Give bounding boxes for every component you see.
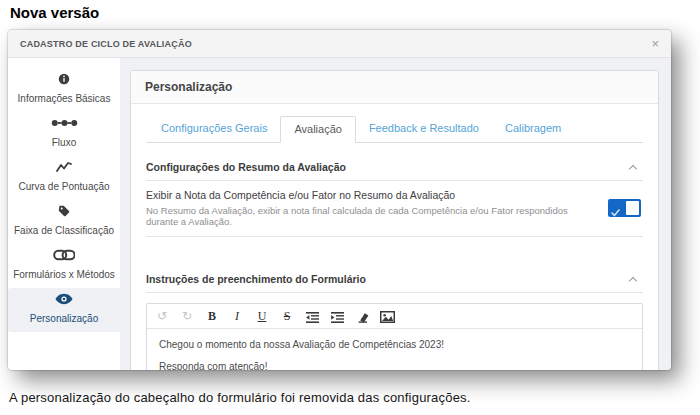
tag-icon	[11, 205, 117, 218]
outdent-icon[interactable]	[303, 308, 321, 324]
sidebar-item-faixa-de-classificacao[interactable]: Faixa de Classificação	[8, 200, 120, 244]
rich-text-editor: ↺ ↻ B I U S	[146, 303, 643, 370]
tab-configuracoes-gerais[interactable]: Configurações Gerais	[148, 116, 280, 142]
tab-calibragem[interactable]: Calibragem	[492, 116, 574, 142]
tab-feedback-e-resultado[interactable]: Feedback e Resultado	[356, 116, 492, 142]
setting-description: No Resumo da Avaliação, exibir a nota fi…	[146, 205, 596, 227]
setting-row-exibir-nota: Exibir a Nota da Competência e/ou Fator …	[146, 181, 643, 237]
editor-toolbar: ↺ ↻ B I U S	[147, 304, 642, 329]
editor-content[interactable]: Chegou o momento da nossa Avaliação de C…	[147, 329, 642, 370]
toggle-exibir-nota[interactable]	[608, 199, 641, 217]
italic-button[interactable]: I	[228, 308, 246, 324]
tab-avaliacao[interactable]: Avaliação	[280, 116, 356, 143]
modal-title: CADASTRO DE CICLO DE AVALIAÇÃO	[20, 39, 192, 49]
editor-line: Chegou o momento da nossa Avaliação de C…	[159, 339, 630, 350]
flow-icon	[11, 117, 117, 130]
sidebar-item-label: Formulários x Métodos	[13, 269, 115, 280]
redo-icon[interactable]: ↻	[178, 308, 196, 324]
close-icon[interactable]: ×	[651, 37, 659, 50]
sidebar-item-personalizacao[interactable]: Personalização	[8, 288, 120, 332]
card-title: Personalização	[131, 71, 658, 104]
section-resumo-avaliacao: Configurações do Resumo da Avaliação Exi…	[146, 158, 643, 237]
editor-line: Responda com atenção!	[159, 361, 630, 370]
modal-body: Informações Básicas Fluxo Curva de Pontu…	[8, 58, 671, 370]
underline-button[interactable]: U	[253, 308, 271, 324]
image-icon[interactable]	[378, 308, 396, 324]
strikethrough-button[interactable]: S	[278, 308, 296, 324]
eraser-icon[interactable]	[353, 308, 371, 324]
sidebar-item-formularios-x-metodos[interactable]: Formulários x Métodos	[8, 244, 120, 288]
card-content: Configurações Gerais Avaliação Feedback …	[131, 104, 658, 370]
sidebar-item-label: Curva de Pontuação	[18, 181, 109, 192]
caption-text: A personalização do cabeçalho do formulá…	[9, 390, 471, 405]
check-icon	[611, 203, 620, 221]
personalization-card: Personalização Configurações Gerais Aval…	[130, 70, 659, 370]
modal-header: CADASTRO DE CICLO DE AVALIAÇÃO ×	[8, 30, 671, 58]
sidebar-item-label: Faixa de Classificação	[14, 225, 114, 236]
modal-cadastro-ciclo-avaliacao: CADASTRO DE CICLO DE AVALIAÇÃO × Informa…	[8, 30, 671, 370]
page-title: Nova versão	[10, 4, 99, 21]
chevron-up-icon[interactable]	[629, 164, 637, 172]
undo-icon[interactable]: ↺	[153, 308, 171, 324]
tab-bar: Configurações Gerais Avaliação Feedback …	[146, 116, 643, 143]
toggle-knob	[626, 201, 639, 215]
section-header-instrucoes[interactable]: Instruções de preenchimento do Formulári…	[146, 270, 643, 293]
sidebar-item-label: Informações Básicas	[18, 93, 111, 104]
sidebar: Informações Básicas Fluxo Curva de Pontu…	[8, 58, 120, 370]
sidebar-item-label: Fluxo	[52, 137, 76, 148]
main-area: Personalização Configurações Gerais Aval…	[120, 58, 671, 370]
section-title: Instruções de preenchimento do Formulári…	[146, 273, 366, 285]
sidebar-item-informacoes-basicas[interactable]: Informações Básicas	[8, 68, 120, 112]
info-icon	[11, 73, 117, 86]
eye-icon	[11, 293, 117, 306]
setting-label: Exibir a Nota da Competência e/ou Fator …	[146, 189, 596, 201]
line-chart-icon	[11, 161, 117, 174]
section-header-resumo[interactable]: Configurações do Resumo da Avaliação	[146, 158, 643, 181]
indent-icon[interactable]	[328, 308, 346, 324]
setting-texts: Exibir a Nota da Competência e/ou Fator …	[146, 189, 596, 227]
sidebar-item-fluxo[interactable]: Fluxo	[8, 112, 120, 156]
section-instrucoes-formulario: Instruções de preenchimento do Formulári…	[146, 270, 643, 370]
link-icon	[11, 249, 117, 262]
section-title: Configurações do Resumo da Avaliação	[146, 161, 346, 173]
chevron-up-icon[interactable]	[629, 276, 637, 284]
bold-button[interactable]: B	[203, 308, 221, 324]
sidebar-item-label: Personalização	[30, 313, 98, 324]
sidebar-item-curva-de-pontuacao[interactable]: Curva de Pontuação	[8, 156, 120, 200]
